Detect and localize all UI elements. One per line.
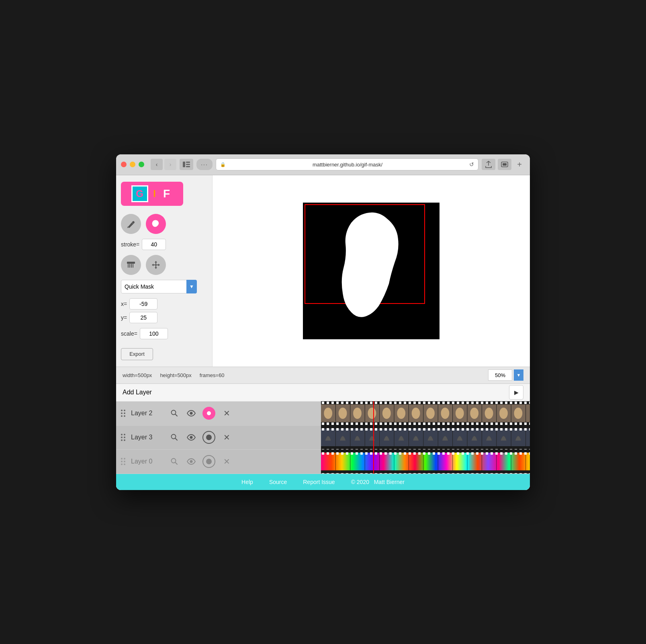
canvas-wrapper <box>303 203 440 339</box>
layer-3-name: Layer 3 <box>131 434 163 441</box>
scale-input[interactable] <box>140 328 168 339</box>
svg-point-40 <box>426 408 435 419</box>
svg-line-48 <box>176 439 178 441</box>
layer-0-delete-button[interactable]: ✕ <box>221 456 232 467</box>
layer-0-name: Layer 0 <box>131 458 163 465</box>
more-button[interactable]: ··· <box>196 159 213 170</box>
help-link[interactable]: Help <box>241 479 253 485</box>
svg-line-68 <box>176 463 178 465</box>
drag-handle[interactable] <box>121 410 125 417</box>
layer-2-delete-button[interactable]: ✕ <box>221 408 232 419</box>
svg-rect-7 <box>127 262 135 264</box>
layer-row: Layer 3 ✕ <box>116 426 530 450</box>
play-button[interactable]: ▶ <box>509 385 523 400</box>
mask-shape <box>335 211 403 319</box>
drag-handle[interactable] <box>121 434 125 441</box>
layer-3-delete-button[interactable]: ✕ <box>221 432 232 443</box>
tabs-button[interactable] <box>498 159 511 170</box>
layer-0-record-button[interactable] <box>202 455 215 468</box>
address-bar[interactable]: 🔒 mattbierner.github.io/gif-mask/ ↺ <box>216 158 478 170</box>
width-status: width=500px <box>123 372 152 378</box>
maximize-button[interactable] <box>139 162 144 167</box>
svg-point-39 <box>412 408 420 419</box>
scale-label: scale= <box>121 330 137 337</box>
comb-tool-button[interactable] <box>121 255 141 275</box>
zoom-input[interactable] <box>488 369 512 381</box>
layer-3-controls: Layer 3 ✕ <box>116 431 321 444</box>
layer-2-controls: Layer 2 ✕ <box>116 407 321 420</box>
canvas-area <box>213 175 530 367</box>
layer-2-playhead <box>373 401 374 425</box>
sidebar-toggle-button[interactable] <box>180 159 193 170</box>
back-button[interactable]: ‹ <box>151 159 163 170</box>
svg-rect-11 <box>133 264 133 268</box>
layer-2-film-strip[interactable] <box>321 401 530 425</box>
export-button[interactable]: Export <box>121 348 153 360</box>
bottom-section: Add Layer ▶ Layer 2 <box>116 384 530 474</box>
stroke-row: stroke= <box>121 239 207 250</box>
report-link[interactable]: Report Issue <box>303 479 335 485</box>
svg-point-43 <box>470 408 478 419</box>
svg-line-13 <box>176 414 178 416</box>
x-input[interactable] <box>129 298 157 310</box>
svg-rect-5 <box>503 163 507 166</box>
lock-icon: 🔒 <box>220 162 226 167</box>
height-status: height=500px <box>160 372 191 378</box>
layer-3-record-button[interactable] <box>202 431 215 444</box>
logo-f: F <box>160 185 173 202</box>
draw-tools-row <box>121 214 207 234</box>
sidebar: G I F <box>116 175 213 367</box>
svg-rect-17 <box>321 422 530 425</box>
svg-rect-50 <box>321 428 530 431</box>
add-layer-bar: Add Layer ▶ <box>116 384 530 402</box>
svg-point-46 <box>514 408 522 419</box>
close-button[interactable] <box>121 162 127 167</box>
share-button[interactable] <box>482 159 495 170</box>
layer-row: Layer 0 ✕ <box>116 450 530 474</box>
svg-point-37 <box>382 408 391 419</box>
app-content: G I F <box>116 175 530 490</box>
layer-0-film-strip[interactable] <box>321 449 530 474</box>
mode-select[interactable]: Quick Mask Normal <box>121 280 187 293</box>
erase-tool-button[interactable] <box>146 214 166 234</box>
svg-point-38 <box>397 408 405 419</box>
layer-2-search-button[interactable] <box>169 408 180 419</box>
source-link[interactable]: Source <box>269 479 287 485</box>
logo-i: I <box>149 185 160 202</box>
minimize-button[interactable] <box>130 162 135 167</box>
svg-rect-18 <box>321 401 530 425</box>
svg-point-33 <box>324 408 332 419</box>
layer-2-record-button[interactable] <box>202 407 215 420</box>
drag-handle[interactable] <box>121 458 125 465</box>
reload-button[interactable]: ↺ <box>469 161 474 168</box>
layer-3-film-strip[interactable] <box>321 425 530 449</box>
url-text: mattbierner.github.io/gif-mask/ <box>228 162 467 168</box>
mode-select-arrow[interactable]: ▼ <box>186 280 197 293</box>
app-logo: G I F <box>121 182 183 206</box>
x-label: x= <box>121 301 127 307</box>
stroke-label: stroke= <box>121 241 139 248</box>
layer-3-visibility-button[interactable] <box>186 432 197 443</box>
svg-point-49 <box>190 436 193 439</box>
layer-3-search-button[interactable] <box>169 432 180 443</box>
svg-rect-3 <box>186 166 190 167</box>
layer-0-search-button[interactable] <box>169 456 180 467</box>
zoom-dropdown-arrow[interactable]: ▼ <box>514 369 523 381</box>
add-tab-button[interactable]: + <box>514 159 525 170</box>
svg-rect-71 <box>321 473 530 474</box>
layer-0-visibility-button[interactable] <box>186 456 197 467</box>
canvas-background[interactable] <box>303 203 440 339</box>
layers-list: Layer 2 ✕ <box>116 402 530 474</box>
layer-0-playhead <box>373 449 374 474</box>
layer-2-visibility-button[interactable] <box>186 408 197 419</box>
stroke-input[interactable] <box>142 239 166 250</box>
svg-point-14 <box>190 412 193 415</box>
paint-tool-button[interactable] <box>121 214 141 234</box>
canvas-frame <box>221 183 522 359</box>
layer-row: Layer 2 ✕ <box>116 402 530 426</box>
y-input[interactable] <box>129 312 157 323</box>
forward-button[interactable]: › <box>164 159 176 170</box>
svg-point-45 <box>499 408 508 419</box>
move-tool-button[interactable] <box>146 255 166 275</box>
svg-rect-2 <box>186 164 190 165</box>
